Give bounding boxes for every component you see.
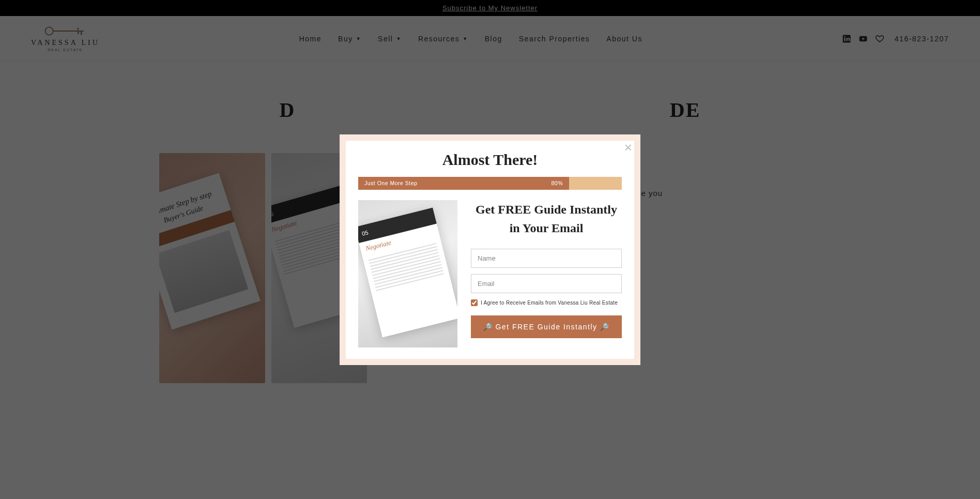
agree-label: I Agree to Receive Emails from Vanessa L… xyxy=(481,300,618,306)
modal-book-image: 05 Negotiate xyxy=(358,200,457,347)
modal-form: Get FREE Guide Instantly in Your Email I… xyxy=(471,200,622,347)
modal-heading: Get FREE Guide Instantly in Your Email xyxy=(471,200,622,237)
agree-row[interactable]: I Agree to Receive Emails from Vanessa L… xyxy=(471,299,622,306)
progress-percent: 80% xyxy=(551,180,563,186)
modal-overlay[interactable]: × Almost There! Just One More Step 80% 0… xyxy=(0,0,980,404)
progress-remaining xyxy=(569,177,622,190)
name-field[interactable] xyxy=(471,249,622,268)
progress-bar: Just One More Step 80% xyxy=(358,177,622,190)
modal-title: Almost There! xyxy=(358,151,622,169)
lead-capture-modal: × Almost There! Just One More Step 80% 0… xyxy=(340,134,640,365)
agree-checkbox[interactable] xyxy=(471,299,478,306)
email-field[interactable] xyxy=(471,274,622,293)
submit-button[interactable]: 🔎 Get FREE Guide Instantly 🔎 xyxy=(471,315,622,338)
close-icon[interactable]: × xyxy=(624,141,632,154)
progress-fill: Just One More Step 80% xyxy=(358,177,569,190)
progress-label: Just One More Step xyxy=(364,180,417,186)
